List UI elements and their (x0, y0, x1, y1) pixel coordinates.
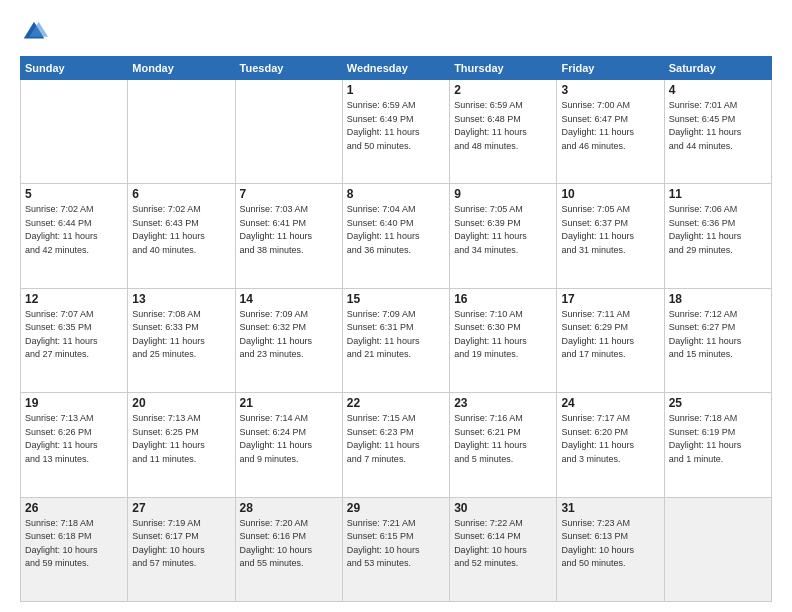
day-info: Sunrise: 7:07 AM Sunset: 6:35 PM Dayligh… (25, 308, 123, 362)
day-number: 15 (347, 292, 445, 306)
day-number: 29 (347, 501, 445, 515)
day-number: 9 (454, 187, 552, 201)
day-info: Sunrise: 7:16 AM Sunset: 6:21 PM Dayligh… (454, 412, 552, 466)
day-info: Sunrise: 7:08 AM Sunset: 6:33 PM Dayligh… (132, 308, 230, 362)
day-info: Sunrise: 7:15 AM Sunset: 6:23 PM Dayligh… (347, 412, 445, 466)
day-info: Sunrise: 7:01 AM Sunset: 6:45 PM Dayligh… (669, 99, 767, 153)
day-number: 4 (669, 83, 767, 97)
day-number: 1 (347, 83, 445, 97)
calendar-cell: 14Sunrise: 7:09 AM Sunset: 6:32 PM Dayli… (235, 288, 342, 392)
day-info: Sunrise: 7:17 AM Sunset: 6:20 PM Dayligh… (561, 412, 659, 466)
calendar-cell (664, 497, 771, 601)
day-number: 30 (454, 501, 552, 515)
calendar-cell: 4Sunrise: 7:01 AM Sunset: 6:45 PM Daylig… (664, 80, 771, 184)
day-number: 20 (132, 396, 230, 410)
day-info: Sunrise: 7:04 AM Sunset: 6:40 PM Dayligh… (347, 203, 445, 257)
day-number: 3 (561, 83, 659, 97)
day-info: Sunrise: 7:05 AM Sunset: 6:39 PM Dayligh… (454, 203, 552, 257)
day-info: Sunrise: 6:59 AM Sunset: 6:48 PM Dayligh… (454, 99, 552, 153)
day-info: Sunrise: 7:23 AM Sunset: 6:13 PM Dayligh… (561, 517, 659, 571)
calendar-cell: 16Sunrise: 7:10 AM Sunset: 6:30 PM Dayli… (450, 288, 557, 392)
calendar-cell: 21Sunrise: 7:14 AM Sunset: 6:24 PM Dayli… (235, 393, 342, 497)
calendar-cell: 20Sunrise: 7:13 AM Sunset: 6:25 PM Dayli… (128, 393, 235, 497)
calendar-cell: 27Sunrise: 7:19 AM Sunset: 6:17 PM Dayli… (128, 497, 235, 601)
day-number: 25 (669, 396, 767, 410)
day-header-sunday: Sunday (21, 57, 128, 80)
calendar-cell: 7Sunrise: 7:03 AM Sunset: 6:41 PM Daylig… (235, 184, 342, 288)
day-number: 22 (347, 396, 445, 410)
day-info: Sunrise: 7:18 AM Sunset: 6:19 PM Dayligh… (669, 412, 767, 466)
day-number: 6 (132, 187, 230, 201)
day-header-friday: Friday (557, 57, 664, 80)
calendar-cell: 25Sunrise: 7:18 AM Sunset: 6:19 PM Dayli… (664, 393, 771, 497)
calendar-cell: 1Sunrise: 6:59 AM Sunset: 6:49 PM Daylig… (342, 80, 449, 184)
calendar-cell: 5Sunrise: 7:02 AM Sunset: 6:44 PM Daylig… (21, 184, 128, 288)
day-info: Sunrise: 7:11 AM Sunset: 6:29 PM Dayligh… (561, 308, 659, 362)
week-row-1: 5Sunrise: 7:02 AM Sunset: 6:44 PM Daylig… (21, 184, 772, 288)
calendar-cell: 28Sunrise: 7:20 AM Sunset: 6:16 PM Dayli… (235, 497, 342, 601)
day-info: Sunrise: 7:12 AM Sunset: 6:27 PM Dayligh… (669, 308, 767, 362)
day-info: Sunrise: 7:09 AM Sunset: 6:32 PM Dayligh… (240, 308, 338, 362)
calendar-cell (128, 80, 235, 184)
day-header-saturday: Saturday (664, 57, 771, 80)
day-info: Sunrise: 7:00 AM Sunset: 6:47 PM Dayligh… (561, 99, 659, 153)
day-info: Sunrise: 7:18 AM Sunset: 6:18 PM Dayligh… (25, 517, 123, 571)
day-number: 14 (240, 292, 338, 306)
page: SundayMondayTuesdayWednesdayThursdayFrid… (0, 0, 792, 612)
day-info: Sunrise: 7:03 AM Sunset: 6:41 PM Dayligh… (240, 203, 338, 257)
day-info: Sunrise: 7:02 AM Sunset: 6:43 PM Dayligh… (132, 203, 230, 257)
day-header-wednesday: Wednesday (342, 57, 449, 80)
day-number: 2 (454, 83, 552, 97)
calendar-cell: 30Sunrise: 7:22 AM Sunset: 6:14 PM Dayli… (450, 497, 557, 601)
logo (20, 18, 52, 46)
calendar-cell (21, 80, 128, 184)
day-info: Sunrise: 7:19 AM Sunset: 6:17 PM Dayligh… (132, 517, 230, 571)
calendar-cell: 22Sunrise: 7:15 AM Sunset: 6:23 PM Dayli… (342, 393, 449, 497)
week-row-2: 12Sunrise: 7:07 AM Sunset: 6:35 PM Dayli… (21, 288, 772, 392)
day-info: Sunrise: 7:13 AM Sunset: 6:25 PM Dayligh… (132, 412, 230, 466)
day-number: 7 (240, 187, 338, 201)
calendar-cell: 15Sunrise: 7:09 AM Sunset: 6:31 PM Dayli… (342, 288, 449, 392)
day-number: 28 (240, 501, 338, 515)
day-number: 12 (25, 292, 123, 306)
day-header-thursday: Thursday (450, 57, 557, 80)
logo-icon (20, 18, 48, 46)
day-number: 8 (347, 187, 445, 201)
day-header-tuesday: Tuesday (235, 57, 342, 80)
calendar-cell: 8Sunrise: 7:04 AM Sunset: 6:40 PM Daylig… (342, 184, 449, 288)
day-number: 27 (132, 501, 230, 515)
calendar-body: 1Sunrise: 6:59 AM Sunset: 6:49 PM Daylig… (21, 80, 772, 602)
day-info: Sunrise: 7:02 AM Sunset: 6:44 PM Dayligh… (25, 203, 123, 257)
calendar-cell: 11Sunrise: 7:06 AM Sunset: 6:36 PM Dayli… (664, 184, 771, 288)
day-number: 21 (240, 396, 338, 410)
week-row-3: 19Sunrise: 7:13 AM Sunset: 6:26 PM Dayli… (21, 393, 772, 497)
day-number: 17 (561, 292, 659, 306)
calendar-cell: 10Sunrise: 7:05 AM Sunset: 6:37 PM Dayli… (557, 184, 664, 288)
day-info: Sunrise: 7:21 AM Sunset: 6:15 PM Dayligh… (347, 517, 445, 571)
day-number: 26 (25, 501, 123, 515)
calendar-cell: 6Sunrise: 7:02 AM Sunset: 6:43 PM Daylig… (128, 184, 235, 288)
calendar-cell: 13Sunrise: 7:08 AM Sunset: 6:33 PM Dayli… (128, 288, 235, 392)
header (20, 18, 772, 46)
day-info: Sunrise: 6:59 AM Sunset: 6:49 PM Dayligh… (347, 99, 445, 153)
calendar-cell: 2Sunrise: 6:59 AM Sunset: 6:48 PM Daylig… (450, 80, 557, 184)
day-info: Sunrise: 7:06 AM Sunset: 6:36 PM Dayligh… (669, 203, 767, 257)
calendar-cell: 9Sunrise: 7:05 AM Sunset: 6:39 PM Daylig… (450, 184, 557, 288)
day-number: 16 (454, 292, 552, 306)
calendar-table: SundayMondayTuesdayWednesdayThursdayFrid… (20, 56, 772, 602)
calendar-cell: 3Sunrise: 7:00 AM Sunset: 6:47 PM Daylig… (557, 80, 664, 184)
calendar-header: SundayMondayTuesdayWednesdayThursdayFrid… (21, 57, 772, 80)
day-number: 18 (669, 292, 767, 306)
day-header-monday: Monday (128, 57, 235, 80)
day-number: 5 (25, 187, 123, 201)
calendar-cell: 17Sunrise: 7:11 AM Sunset: 6:29 PM Dayli… (557, 288, 664, 392)
day-info: Sunrise: 7:14 AM Sunset: 6:24 PM Dayligh… (240, 412, 338, 466)
week-row-0: 1Sunrise: 6:59 AM Sunset: 6:49 PM Daylig… (21, 80, 772, 184)
day-info: Sunrise: 7:05 AM Sunset: 6:37 PM Dayligh… (561, 203, 659, 257)
day-number: 31 (561, 501, 659, 515)
calendar-cell: 26Sunrise: 7:18 AM Sunset: 6:18 PM Dayli… (21, 497, 128, 601)
calendar-cell: 31Sunrise: 7:23 AM Sunset: 6:13 PM Dayli… (557, 497, 664, 601)
calendar-cell: 18Sunrise: 7:12 AM Sunset: 6:27 PM Dayli… (664, 288, 771, 392)
calendar-cell: 29Sunrise: 7:21 AM Sunset: 6:15 PM Dayli… (342, 497, 449, 601)
day-info: Sunrise: 7:10 AM Sunset: 6:30 PM Dayligh… (454, 308, 552, 362)
